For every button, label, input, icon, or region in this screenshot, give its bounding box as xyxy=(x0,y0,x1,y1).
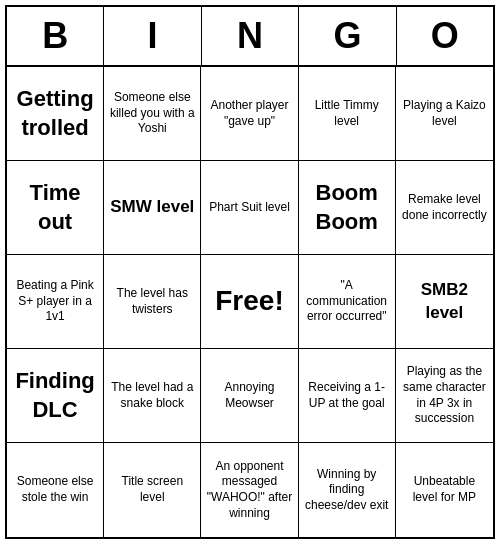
header-letter-g: G xyxy=(299,7,396,65)
cell-text-4: Playing a Kaizo level xyxy=(400,98,489,129)
cell-text-20: Someone else stole the win xyxy=(11,474,99,505)
bingo-cell-22[interactable]: An opponent messaged "WAHOO!" after winn… xyxy=(201,443,298,537)
cell-text-11: The level has twisters xyxy=(108,286,196,317)
cell-text-19: Playing as the same character in 4P 3x i… xyxy=(400,364,489,426)
bingo-cell-18[interactable]: Receiving a 1-UP at the goal xyxy=(299,349,396,443)
cell-text-7: Phart Suit level xyxy=(209,200,290,216)
bingo-cell-14[interactable]: SMB2 level xyxy=(396,255,493,349)
cell-text-18: Receiving a 1-UP at the goal xyxy=(303,380,391,411)
header-letter-i: I xyxy=(104,7,201,65)
bingo-cell-3[interactable]: Little Timmy level xyxy=(299,67,396,161)
header-letter-o: O xyxy=(397,7,493,65)
bingo-cell-0[interactable]: Getting trolled xyxy=(7,67,104,161)
cell-text-17: Annoying Meowser xyxy=(205,380,293,411)
bingo-cell-5[interactable]: Time out xyxy=(7,161,104,255)
bingo-cell-1[interactable]: Someone else killed you with a Yoshi xyxy=(104,67,201,161)
cell-text-21: Title screen level xyxy=(108,474,196,505)
cell-text-22: An opponent messaged "WAHOO!" after winn… xyxy=(205,459,293,521)
bingo-cell-19[interactable]: Playing as the same character in 4P 3x i… xyxy=(396,349,493,443)
cell-text-9: Remake level done incorrectly xyxy=(400,192,489,223)
bingo-cell-13[interactable]: "A communication error occurred" xyxy=(299,255,396,349)
cell-text-23: Winning by finding cheese/dev exit xyxy=(303,467,391,514)
cell-text-12: Free! xyxy=(215,283,283,319)
cell-text-3: Little Timmy level xyxy=(303,98,391,129)
cell-text-14: SMB2 level xyxy=(400,279,489,323)
cell-text-8: Boom Boom xyxy=(303,179,391,236)
header-letter-n: N xyxy=(202,7,299,65)
bingo-cell-11[interactable]: The level has twisters xyxy=(104,255,201,349)
cell-text-24: Unbeatable level for MP xyxy=(400,474,489,505)
bingo-cell-7[interactable]: Phart Suit level xyxy=(201,161,298,255)
bingo-cell-17[interactable]: Annoying Meowser xyxy=(201,349,298,443)
cell-text-2: Another player "gave up" xyxy=(205,98,293,129)
bingo-cell-8[interactable]: Boom Boom xyxy=(299,161,396,255)
header-letter-b: B xyxy=(7,7,104,65)
bingo-cell-4[interactable]: Playing a Kaizo level xyxy=(396,67,493,161)
cell-text-5: Time out xyxy=(11,179,99,236)
cell-text-10: Beating a Pink S+ player in a 1v1 xyxy=(11,278,99,325)
bingo-cell-15[interactable]: Finding DLC xyxy=(7,349,104,443)
bingo-cell-2[interactable]: Another player "gave up" xyxy=(201,67,298,161)
cell-text-0: Getting trolled xyxy=(11,85,99,142)
bingo-grid: Getting trolledSomeone else killed you w… xyxy=(7,67,493,537)
cell-text-15: Finding DLC xyxy=(11,367,99,424)
cell-text-16: The level had a snake block xyxy=(108,380,196,411)
bingo-cell-23[interactable]: Winning by finding cheese/dev exit xyxy=(299,443,396,537)
bingo-cell-24[interactable]: Unbeatable level for MP xyxy=(396,443,493,537)
bingo-cell-21[interactable]: Title screen level xyxy=(104,443,201,537)
bingo-header: BINGO xyxy=(7,7,493,67)
bingo-cell-12[interactable]: Free! xyxy=(201,255,298,349)
bingo-cell-20[interactable]: Someone else stole the win xyxy=(7,443,104,537)
bingo-cell-10[interactable]: Beating a Pink S+ player in a 1v1 xyxy=(7,255,104,349)
bingo-cell-16[interactable]: The level had a snake block xyxy=(104,349,201,443)
bingo-cell-6[interactable]: SMW level xyxy=(104,161,201,255)
bingo-card: BINGO Getting trolledSomeone else killed… xyxy=(5,5,495,539)
cell-text-6: SMW level xyxy=(110,196,194,218)
cell-text-1: Someone else killed you with a Yoshi xyxy=(108,90,196,137)
cell-text-13: "A communication error occurred" xyxy=(303,278,391,325)
bingo-cell-9[interactable]: Remake level done incorrectly xyxy=(396,161,493,255)
